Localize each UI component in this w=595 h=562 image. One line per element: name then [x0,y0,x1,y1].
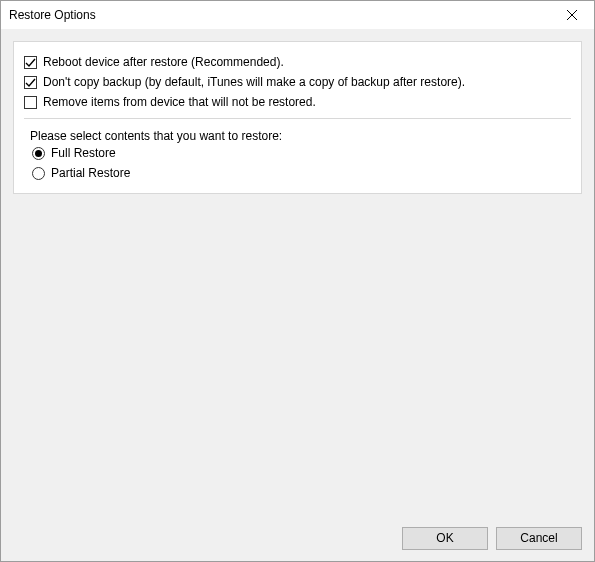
button-bar: OK Cancel [1,515,594,561]
cancel-button[interactable]: Cancel [496,527,582,550]
restore-options-dialog: Restore Options Reboot device after rest… [0,0,595,562]
checkbox-remove-items[interactable] [24,96,37,109]
radio-label: Partial Restore [51,166,130,180]
close-button[interactable] [550,1,594,29]
checkbox-label: Don't copy backup (by default, iTunes wi… [43,75,465,89]
radio-row-full[interactable]: Full Restore [24,143,571,163]
button-label: OK [436,531,453,545]
checkbox-label: Reboot device after restore (Recommended… [43,55,284,69]
radio-full-restore[interactable] [32,147,45,160]
radio-label: Full Restore [51,146,116,160]
window-title: Restore Options [9,8,550,22]
dialog-body: Reboot device after restore (Recommended… [1,29,594,515]
ok-button[interactable]: OK [402,527,488,550]
radio-row-partial[interactable]: Partial Restore [24,163,571,183]
titlebar: Restore Options [1,1,594,29]
checkbox-reboot[interactable] [24,56,37,69]
checkmark-icon [25,57,36,68]
checkbox-dont-copy[interactable] [24,76,37,89]
restore-prompt: Please select contents that you want to … [24,118,571,143]
options-panel: Reboot device after restore (Recommended… [13,41,582,194]
spacer [13,194,582,515]
checkmark-icon [25,77,36,88]
checkbox-row-remove-items[interactable]: Remove items from device that will not b… [24,92,571,112]
radio-partial-restore[interactable] [32,167,45,180]
checkbox-row-dont-copy[interactable]: Don't copy backup (by default, iTunes wi… [24,72,571,92]
checkbox-label: Remove items from device that will not b… [43,95,316,109]
button-label: Cancel [520,531,557,545]
close-icon [567,10,577,20]
checkbox-row-reboot[interactable]: Reboot device after restore (Recommended… [24,52,571,72]
